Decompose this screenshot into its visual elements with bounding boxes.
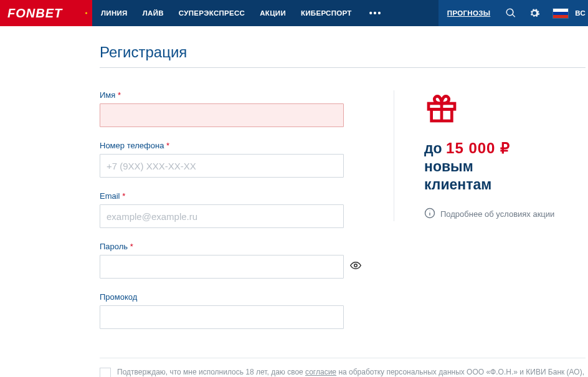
nav-esports[interactable]: КИБЕРСПОРТ [301, 9, 352, 17]
label-email: Email * [100, 191, 386, 201]
nav-live[interactable]: ЛАЙВ [143, 9, 164, 17]
input-email[interactable] [100, 204, 344, 228]
title-divider [100, 67, 586, 68]
language-flag[interactable] [552, 8, 569, 19]
main-nav: ЛИНИЯ ЛАЙВ СУПЕРЭКСПРЕСС АКЦИИ КИБЕРСПОР… [92, 0, 393, 26]
page-title: Регистрация [100, 44, 588, 61]
field-password: Пароль * [100, 242, 386, 279]
consent-seg1: Подтверждаю, что мне исполнилось 18 лет,… [117, 368, 305, 376]
nav-promo[interactable]: АКЦИИ [260, 9, 286, 17]
nav-line[interactable]: ЛИНИЯ [101, 9, 128, 17]
promo-amount: 15 000 [446, 140, 500, 156]
input-phone[interactable] [100, 154, 344, 178]
label-promocode: Промокод [100, 292, 386, 302]
required-marker: * [122, 191, 125, 201]
top-header: FONBET ЛИНИЯ ЛАЙВ СУПЕРЭКСПРЕСС АКЦИИ КИ… [0, 0, 588, 26]
promo-details-link[interactable]: Подробнее об условиях акции [424, 208, 554, 221]
promo-prefix: до [424, 140, 446, 156]
consent-checkbox[interactable] [100, 368, 111, 377]
required-marker: * [118, 90, 121, 100]
required-marker: * [130, 242, 133, 251]
header-right: ПРОГНОЗЫ ВС [439, 0, 588, 26]
section-divider [100, 358, 586, 358]
promo-details-text: Подробнее об условиях акции [440, 209, 554, 219]
consent-row: Подтверждаю, что мне исполнилось 18 лет,… [100, 367, 586, 377]
nav-more-icon[interactable]: ••• [367, 8, 385, 18]
eye-icon[interactable] [350, 260, 361, 274]
promo-line3: клиентам [424, 176, 491, 193]
input-password[interactable] [100, 255, 344, 279]
promo-headline: до 15 000 ₽ новым клиентам [424, 139, 554, 194]
nav-superexpress[interactable]: СУПЕРЭКСПРЕСС [179, 9, 245, 17]
consent-link-agreement[interactable]: согласие [305, 368, 336, 376]
gear-icon[interactable] [523, 0, 546, 26]
columns: Имя * Номер телефона * Email * Пароль * [100, 90, 586, 343]
required-marker: * [166, 141, 169, 150]
logo[interactable]: FONBET [0, 0, 92, 26]
page-content: Регистрация Имя * Номер телефона * Email… [0, 26, 588, 377]
input-name[interactable] [100, 103, 344, 127]
label-phone-text: Номер телефона [100, 141, 164, 150]
field-name: Имя * [100, 90, 386, 127]
login-link[interactable]: ВС [575, 9, 588, 17]
logo-dot-icon [85, 12, 87, 14]
field-email: Email * [100, 191, 386, 228]
label-password-text: Пароль [100, 242, 128, 251]
consent-text: Подтверждаю, что мне исполнилось 18 лет,… [117, 367, 586, 377]
registration-form: Имя * Номер телефона * Email * Пароль * [100, 90, 386, 343]
promo-line2: новым [424, 158, 473, 174]
field-phone: Номер телефона * [100, 141, 386, 178]
label-name: Имя * [100, 90, 386, 100]
flag-stripe-red [553, 15, 568, 18]
svg-point-0 [354, 264, 358, 267]
label-name-text: Имя [100, 90, 115, 100]
search-icon[interactable] [499, 0, 523, 26]
field-promocode: Промокод [100, 292, 386, 329]
nav-prognozy[interactable]: ПРОГНОЗЫ [439, 9, 499, 17]
input-promocode[interactable] [100, 305, 344, 329]
ruble-icon: ₽ [500, 140, 510, 156]
label-email-text: Email [100, 191, 120, 201]
gift-icon [424, 90, 554, 128]
label-password: Пароль * [100, 242, 386, 251]
password-wrap [100, 255, 361, 279]
promo-panel: до 15 000 ₽ новым клиентам Подробнее об … [394, 90, 554, 343]
logo-text: FONBET [7, 6, 62, 21]
label-phone: Номер телефона * [100, 141, 386, 150]
info-icon [424, 208, 435, 221]
